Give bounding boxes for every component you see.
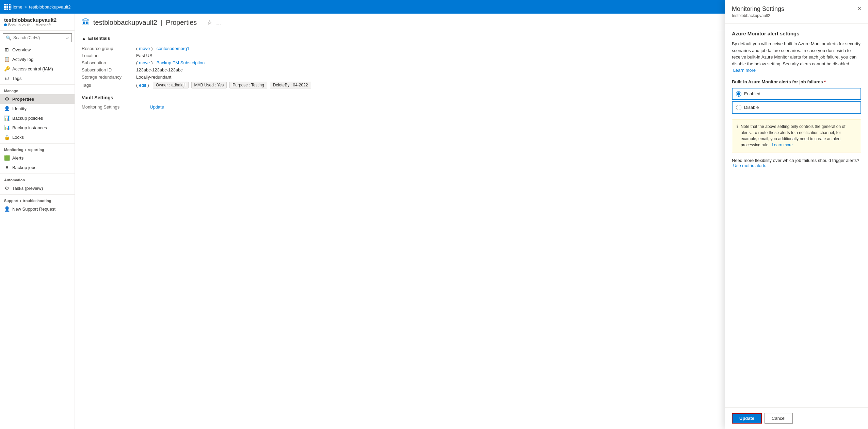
sidebar-item-label: Backup jobs (12, 165, 36, 170)
sidebar-resource-sub: Backup vault · Microsoft (4, 23, 70, 27)
page-icon: 🏛 (82, 18, 90, 27)
storage-redundancy-label: Storage redundancy (82, 75, 136, 80)
sidebar-item-alerts[interactable]: 🟩 Alerts (0, 153, 75, 163)
identity-icon: 👤 (4, 106, 10, 111)
radio-disable-option[interactable]: Disable (732, 101, 861, 114)
sidebar-item-label: Properties (12, 97, 34, 102)
essentials-left: Resource group (move) contosodemorg1 Loc… (82, 45, 471, 89)
panel-footer: Update Cancel (725, 407, 868, 429)
backup-instances-icon: 📊 (4, 125, 10, 130)
sidebar-item-new-support[interactable]: 👤 New Support Request (0, 204, 75, 214)
panel-description: By default you will receive built-in Azu… (732, 40, 861, 74)
backup-policies-icon: 📊 (4, 115, 10, 121)
resource-group-row: Resource group (move) contosodemorg1 (82, 45, 471, 52)
info-text: Note that the above setting only control… (741, 123, 857, 148)
radio-group-container: Built-in Azure Monitor alerts for job fa… (732, 79, 861, 114)
location-row: Location East US (82, 52, 471, 59)
search-box[interactable]: 🔍 « (3, 33, 72, 42)
essentials-label: Essentials (88, 36, 110, 41)
location-value: East US (136, 53, 152, 58)
resource-group-value: (move) contosodemorg1 (136, 46, 190, 51)
sidebar-item-overview[interactable]: ⊞ Overview (0, 45, 75, 54)
radio-disable-input[interactable] (736, 105, 741, 110)
tags-icon: 🏷 (4, 76, 10, 81)
tag-badge: DeleteBy : 04-2022 (270, 82, 311, 88)
radio-disable-label: Disable (744, 105, 759, 110)
sidebar-item-activity-log[interactable]: 📋 Activity log (0, 54, 75, 64)
panel-header: Monitoring Settings testblobbackupvault2… (725, 14, 868, 24)
resource-group-move[interactable]: move (139, 46, 150, 51)
sidebar-item-label: Alerts (12, 155, 23, 161)
sidebar-item-label: New Support Request (12, 207, 55, 212)
collapse-button[interactable]: « (66, 35, 69, 40)
sidebar-divider (0, 84, 75, 85)
access-control-icon: 🔑 (4, 66, 10, 71)
sidebar-item-backup-policies[interactable]: 📊 Backup policies (0, 113, 75, 123)
radio-enabled-option[interactable]: Enabled (732, 88, 861, 100)
page-subtitle: Properties (166, 19, 197, 27)
subscription-move[interactable]: move (139, 60, 150, 65)
update-button[interactable]: Update (732, 413, 762, 424)
sidebar-item-label: Activity log (12, 57, 33, 62)
main-layout: testblobbackupvault2 Backup vault · Micr… (0, 14, 868, 429)
use-metric-alerts-link[interactable]: Use metric alerts (733, 163, 767, 168)
monitoring-section-label: Monitoring + reporting (0, 145, 75, 153)
required-indicator: * (824, 79, 826, 84)
sidebar-item-label: Locks (12, 135, 24, 140)
panel-body: Azure Monitor alert settings By default … (725, 24, 868, 407)
monitoring-settings-label: Monitoring Settings (82, 104, 150, 110)
properties-icon: ⚙ (4, 96, 10, 102)
more-options-button[interactable]: … (216, 19, 222, 26)
sidebar-item-backup-jobs[interactable]: ≡ Backup jobs (0, 163, 75, 172)
sidebar-item-locks[interactable]: 🔒 Locks (0, 132, 75, 142)
tag-badge: MAB Used : Yes (191, 82, 227, 88)
sidebar-header: testblobbackupvault2 Backup vault · Micr… (0, 14, 75, 31)
info-learn-more-link[interactable]: Learn more (772, 143, 792, 147)
resource-group-link[interactable]: contosodemorg1 (157, 46, 190, 51)
tags-value: (edit) Owner : adbalajiMAB Used : YesPur… (136, 82, 311, 88)
sidebar-item-identity[interactable]: 👤 Identity (0, 104, 75, 113)
search-icon: 🔍 (6, 35, 11, 40)
subscription-link[interactable]: Backup PM Subscription (157, 60, 205, 65)
new-support-icon: 👤 (4, 206, 10, 212)
metric-alerts: Need more flexibility over which job fai… (732, 158, 861, 168)
sidebar-item-label: Tags (12, 76, 21, 81)
favorite-button[interactable]: ☆ (207, 19, 212, 26)
monitoring-settings-link[interactable]: Update (150, 104, 164, 110)
sidebar-item-label: Access control (IAM) (12, 66, 53, 71)
sidebar-item-access-control[interactable]: 🔑 Access control (IAM) (0, 64, 75, 73)
subscription-id-label: Subscription ID (82, 67, 136, 72)
storage-redundancy-value: Locally-redundant (136, 75, 171, 80)
breadcrumb-home[interactable]: Home (11, 4, 22, 10)
sidebar-item-backup-instances[interactable]: 📊 Backup instances (0, 123, 75, 132)
tags-edit-link[interactable]: edit (139, 83, 146, 88)
subscription-id-value: 123abc-123abc-123abc (136, 67, 183, 72)
tags-list: Owner : adbalajiMAB Used : YesPurpose : … (153, 82, 311, 88)
support-section-label: Support + troubleshooting (0, 196, 75, 204)
tasks-icon: ⚙ (4, 185, 10, 191)
cancel-button[interactable]: Cancel (765, 413, 792, 424)
overview-icon: ⊞ (4, 47, 10, 52)
breadcrumb-resource[interactable]: testblobbackupvault2 (29, 4, 70, 10)
resource-directory: Microsoft (35, 23, 51, 27)
resource-group-label: Resource group (82, 46, 136, 51)
sidebar-item-tasks[interactable]: ⚙ Tasks (preview) (0, 183, 75, 193)
alerts-icon: 🟩 (4, 155, 10, 161)
sidebar-item-properties[interactable]: ⚙ Properties (0, 94, 75, 104)
breadcrumb: Home > testblobbackupvault2 (11, 4, 70, 10)
subscription-row: Subscription (move) Backup PM Subscripti… (82, 59, 471, 66)
learn-more-link[interactable]: Learn more (733, 68, 756, 73)
info-icon: ℹ (736, 124, 738, 148)
radio-enabled-input[interactable] (736, 91, 741, 97)
monitoring-settings-value: Update (150, 104, 164, 110)
waffle-icon[interactable] (4, 4, 11, 10)
storage-redundancy-row: Storage redundancy Locally-redundant (82, 73, 471, 81)
manage-section-label: Manage (0, 86, 75, 94)
search-input[interactable] (13, 35, 64, 40)
tag-badge: Purpose : Testing (229, 82, 267, 88)
sidebar-item-tags[interactable]: 🏷 Tags (0, 73, 75, 83)
subscription-value: (move) Backup PM Subscription (136, 60, 205, 65)
tag-badge: Owner : adbalaji (153, 82, 189, 88)
tags-label: Tags (82, 83, 136, 88)
sidebar: testblobbackupvault2 Backup vault · Micr… (0, 14, 75, 429)
